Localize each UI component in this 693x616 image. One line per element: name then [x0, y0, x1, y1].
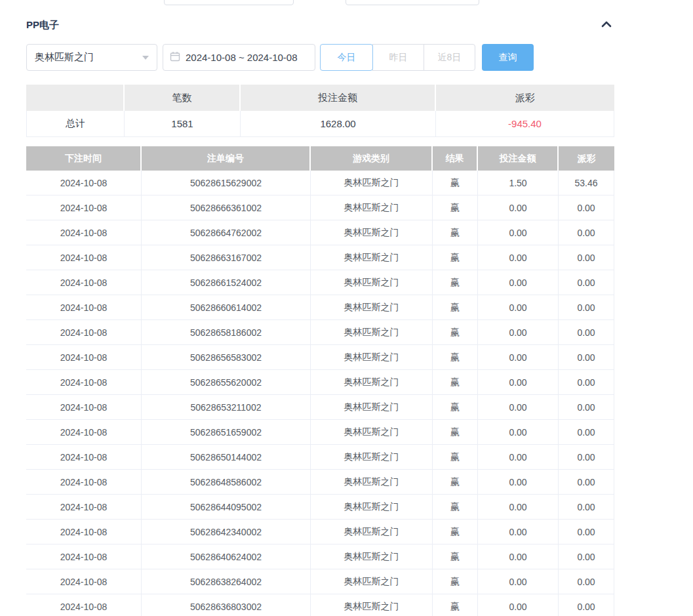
cell-game: 奥林匹斯之门	[311, 520, 433, 544]
cell-game: 奥林匹斯之门	[311, 195, 433, 220]
table-row: 2024-10-0850628663167002奥林匹斯之门赢0.000.00	[26, 245, 614, 270]
date-range-input[interactable]: 2024-10-08 ~ 2024-10-08	[163, 44, 315, 71]
pp-section: PP电子 奥林匹斯之门	[26, 0, 614, 616]
records-header-cell: 注单编号	[142, 146, 311, 171]
table-row: 2024-10-0850628664762002奥林匹斯之门赢0.000.00	[26, 220, 614, 245]
cell-result: 赢	[433, 544, 478, 569]
cell-payout: 0.00	[559, 195, 614, 220]
section-header: PP电子	[26, 18, 614, 31]
cell-bet-id: 50628615629002	[142, 171, 311, 195]
cell-bet-id: 50628660614002	[142, 295, 311, 319]
table-row: 2024-10-0850628650144002奥林匹斯之门赢0.000.00	[26, 445, 614, 470]
cell-result: 赢	[433, 569, 478, 594]
cell-payout: 0.00	[559, 320, 614, 344]
table-row: 2024-10-0850628640624002奥林匹斯之门赢0.000.00	[26, 544, 614, 569]
records-table-header: 下注时间注单编号游戏类别结果投注金额派彩	[26, 146, 614, 171]
cell-game: 奥林匹斯之门	[311, 420, 433, 444]
quick-date-button-0[interactable]: 今日	[320, 44, 373, 71]
summary-table-header: 笔数投注金额派彩	[26, 85, 614, 111]
table-row: 2024-10-0850628658186002奥林匹斯之门赢0.000.00	[26, 320, 614, 345]
cell-game: 奥林匹斯之门	[311, 594, 433, 616]
cell-bet-amount: 0.00	[478, 594, 559, 616]
cell-time: 2024-10-08	[26, 295, 142, 319]
records-header-cell: 投注金额	[478, 146, 559, 171]
cell-result: 赢	[433, 420, 478, 444]
cell-bet-id: 50628651659002	[142, 420, 311, 444]
cell-bet-amount: 0.00	[478, 320, 559, 344]
cell-bet-amount: 0.00	[478, 270, 559, 295]
table-row: 2024-10-0850628656583002奥林匹斯之门赢0.000.00	[26, 345, 614, 370]
cell-result: 赢	[433, 245, 478, 270]
cell-game: 奥林匹斯之门	[311, 220, 433, 245]
records-header-cell: 结果	[433, 146, 478, 171]
collapse-button[interactable]	[599, 18, 614, 31]
table-row: 2024-10-0850628648586002奥林匹斯之门赢0.000.00	[26, 470, 614, 495]
summary-bet-amount: 1628.00	[241, 111, 436, 137]
cell-bet-amount: 0.00	[478, 370, 559, 394]
cell-result: 赢	[433, 470, 478, 494]
cell-result: 赢	[433, 320, 478, 344]
records-table: 下注时间注单编号游戏类别结果投注金额派彩 2024-10-08506286156…	[26, 146, 614, 616]
game-select[interactable]: 奥林匹斯之门	[26, 44, 157, 71]
cell-result: 赢	[433, 594, 478, 616]
cell-bet-id: 50628640624002	[142, 544, 311, 569]
cell-bet-id: 50628642340002	[142, 520, 311, 544]
summary-header-cell: 笔数	[125, 85, 241, 111]
cell-bet-amount: 0.00	[478, 470, 559, 494]
quick-date-button-2[interactable]: 近8日	[424, 44, 475, 71]
cell-time: 2024-10-08	[26, 171, 142, 195]
cell-bet-id: 50628655620002	[142, 370, 311, 394]
cell-bet-id: 50628661524002	[142, 270, 311, 295]
cell-time: 2024-10-08	[26, 270, 142, 295]
cell-bet-id: 50628666361002	[142, 195, 311, 220]
cell-bet-id: 50628636803002	[142, 594, 311, 616]
cell-time: 2024-10-08	[26, 495, 142, 519]
game-select-value: 奥林匹斯之门	[35, 51, 142, 64]
search-button[interactable]: 查询	[482, 44, 534, 71]
date-range-value: 2024-10-08 ~ 2024-10-08	[186, 52, 298, 63]
cell-payout: 0.00	[559, 569, 614, 594]
table-row: 2024-10-0850628666361002奥林匹斯之门赢0.000.00	[26, 195, 614, 220]
summary-table-row: 总计 1581 1628.00 -945.40	[26, 111, 614, 137]
cell-game: 奥林匹斯之门	[311, 295, 433, 319]
cell-payout: 0.00	[559, 470, 614, 494]
page: PP电子 奥林匹斯之门	[0, 0, 693, 616]
cell-game: 奥林匹斯之门	[311, 445, 433, 469]
cell-result: 赢	[433, 445, 478, 469]
cell-result: 赢	[433, 395, 478, 419]
cell-bet-id: 50628658186002	[142, 320, 311, 344]
cell-payout: 0.00	[559, 245, 614, 270]
summary-count: 1581	[125, 111, 241, 137]
cell-bet-id: 50628664762002	[142, 220, 311, 245]
cell-payout: 0.00	[559, 370, 614, 394]
cell-payout: 0.00	[559, 445, 614, 469]
calendar-icon	[170, 51, 180, 64]
cell-bet-amount: 0.00	[478, 295, 559, 319]
cell-payout: 0.00	[559, 594, 614, 616]
cell-game: 奥林匹斯之门	[311, 320, 433, 344]
cell-time: 2024-10-08	[26, 370, 142, 394]
table-row: 2024-10-0850628642340002奥林匹斯之门赢0.000.00	[26, 520, 614, 544]
cell-game: 奥林匹斯之门	[311, 345, 433, 369]
cell-payout: 0.00	[559, 544, 614, 569]
records-header-cell: 游戏类别	[311, 146, 433, 171]
quick-date-button-1[interactable]: 昨日	[372, 44, 424, 71]
cell-bet-id: 50628648586002	[142, 470, 311, 494]
chevron-up-icon	[601, 20, 612, 30]
cell-payout: 0.00	[559, 395, 614, 419]
cell-game: 奥林匹斯之门	[311, 370, 433, 394]
summary-payout: -945.40	[436, 111, 614, 137]
table-row: 2024-10-0850628660614002奥林匹斯之门赢0.000.00	[26, 295, 614, 320]
cell-bet-id: 50628663167002	[142, 245, 311, 270]
cell-time: 2024-10-08	[26, 320, 142, 344]
records-header-cell: 下注时间	[26, 146, 142, 171]
cell-time: 2024-10-08	[26, 520, 142, 544]
cell-time: 2024-10-08	[26, 220, 142, 245]
table-row: 2024-10-0850628651659002奥林匹斯之门赢0.000.00	[26, 420, 614, 445]
summary-table: 笔数投注金额派彩 总计 1581 1628.00 -945.40	[26, 85, 614, 137]
cell-time: 2024-10-08	[26, 445, 142, 469]
cell-time: 2024-10-08	[26, 544, 142, 569]
filter-row: 奥林匹斯之门 2024-10-08 ~ 2024-10-08 今日昨日近8日 查…	[26, 44, 614, 71]
cell-time: 2024-10-08	[26, 345, 142, 369]
cell-game: 奥林匹斯之门	[311, 470, 433, 494]
